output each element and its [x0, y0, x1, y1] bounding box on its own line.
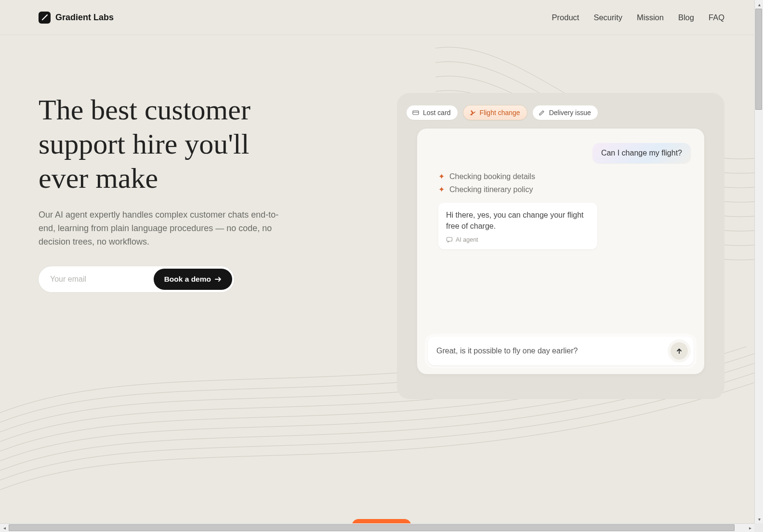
email-input[interactable]	[50, 275, 154, 284]
chat-bubble-icon	[446, 236, 453, 243]
pen-icon	[539, 109, 545, 116]
nav-faq[interactable]: FAQ	[709, 13, 724, 22]
chip-flight-change-label: Flight change	[480, 109, 520, 117]
email-capture: Book a demo	[39, 266, 234, 292]
svg-rect-2	[447, 237, 452, 241]
status-checking-2: ✦ Checking itinerary policy	[438, 185, 694, 194]
chat-window: Can I change my flight? ✦ Checking booki…	[417, 129, 704, 374]
compose-bar[interactable]: Great, is it possible to fly one day ear…	[428, 337, 694, 365]
vertical-scroll-thumb[interactable]	[755, 9, 762, 110]
hero-title-line3: ever make	[39, 162, 158, 194]
compose-text: Great, is it possible to fly one day ear…	[436, 347, 665, 355]
plane-icon	[469, 109, 476, 116]
main-nav: Product Security Mission Blog FAQ	[552, 13, 724, 22]
user-message: Can I change my flight?	[592, 143, 691, 163]
scroll-left-arrow-icon[interactable]: ◂	[0, 524, 9, 532]
cta-label: Book a demo	[164, 275, 211, 284]
status-checking-1-label: Checking booking details	[449, 172, 535, 181]
nav-blog[interactable]: Blog	[678, 13, 694, 22]
book-demo-button[interactable]: Book a demo	[154, 269, 232, 290]
chip-flight-change[interactable]: Flight change	[463, 105, 527, 120]
nav-mission[interactable]: Mission	[637, 13, 664, 22]
hero-title-line1: The best customer	[39, 94, 250, 126]
horizontal-scroll-thumb[interactable]	[9, 524, 735, 531]
chat-demo-card: Lost card Flight change Delivery issue C…	[397, 93, 724, 399]
chip-delivery-issue[interactable]: Delivery issue	[533, 105, 598, 120]
card-icon	[412, 109, 419, 116]
horizontal-scrollbar[interactable]: ◂ ▸	[0, 523, 754, 532]
hero-title-line2: support hire you'll	[39, 128, 249, 160]
site-header: Gradient Labs Product Security Mission B…	[0, 0, 763, 35]
send-button[interactable]	[671, 342, 688, 360]
sparkle-icon: ✦	[438, 185, 445, 194]
arrow-up-icon	[676, 348, 683, 354]
vertical-scrollbar[interactable]: ▴ ▾	[754, 0, 763, 523]
logo-icon	[39, 12, 51, 24]
brand-name: Gradient Labs	[55, 13, 114, 23]
horizontal-scroll-track[interactable]	[9, 524, 746, 532]
chip-lost-card[interactable]: Lost card	[407, 105, 458, 120]
nav-security[interactable]: Security	[593, 13, 622, 22]
chip-delivery-issue-label: Delivery issue	[549, 109, 591, 117]
agent-message-text: Hi there, yes, you can change your fligh…	[446, 211, 584, 230]
svg-rect-0	[413, 111, 419, 115]
scroll-right-arrow-icon[interactable]: ▸	[746, 524, 754, 532]
brand[interactable]: Gradient Labs	[39, 12, 114, 24]
scroll-down-arrow-icon[interactable]: ▾	[755, 515, 763, 523]
agent-message: Hi there, yes, you can change your fligh…	[438, 203, 597, 249]
agent-label: AI agent	[456, 235, 478, 244]
chip-lost-card-label: Lost card	[423, 109, 451, 117]
scroll-up-arrow-icon[interactable]: ▴	[755, 0, 763, 9]
status-checking-2-label: Checking itinerary policy	[449, 185, 533, 194]
sparkle-icon: ✦	[438, 172, 445, 181]
hero-subtitle: Our AI agent expertly handles complex cu…	[39, 208, 284, 249]
arrow-right-icon	[215, 276, 222, 282]
vertical-scroll-track[interactable]	[755, 9, 763, 515]
status-checking-1: ✦ Checking booking details	[438, 172, 694, 181]
hero-title: The best customer support hire you'll ev…	[39, 93, 337, 195]
nav-product[interactable]: Product	[552, 13, 579, 22]
scrollbar-corner	[754, 523, 763, 532]
